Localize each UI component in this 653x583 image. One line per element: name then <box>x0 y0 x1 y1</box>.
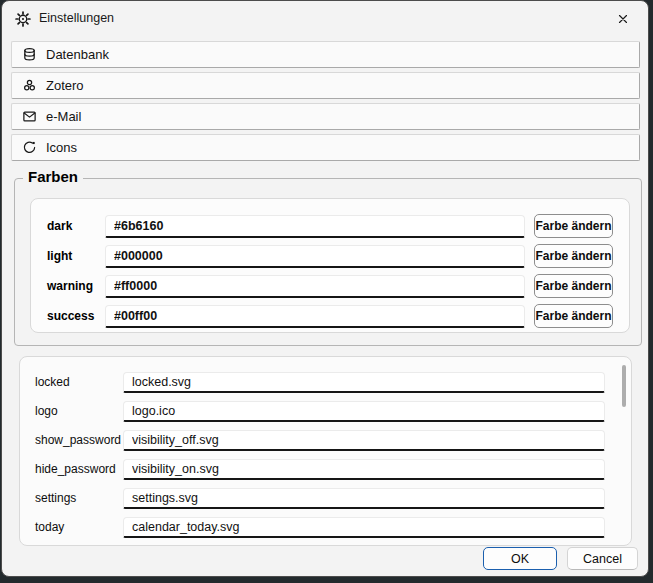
icon-row-today: today <box>35 516 605 538</box>
change-color-button[interactable]: Farbe ändern <box>534 214 613 238</box>
icon-files-rows: locked logo show_password hide_password … <box>20 357 631 538</box>
icon-files-panel: locked logo show_password hide_password … <box>19 356 632 546</box>
dialog-footer: OK Cancel <box>483 547 638 570</box>
title-bar: Einstellungen <box>2 1 648 37</box>
vertical-scrollbar[interactable] <box>622 365 626 407</box>
icon-key-label: hide_password <box>35 462 123 476</box>
color-row-light: light Farbe ändern <box>47 244 613 268</box>
color-row-success: success Farbe ändern <box>47 304 613 328</box>
section-zotero[interactable]: Zotero <box>11 72 640 99</box>
color-value-input[interactable] <box>105 275 525 298</box>
change-color-button[interactable]: Farbe ändern <box>534 244 613 268</box>
database-icon <box>21 47 37 63</box>
farben-title: Farben <box>23 168 83 185</box>
section-label: Zotero <box>46 78 84 93</box>
section-datenbank[interactable]: Datenbank <box>11 41 640 68</box>
farben-panel: dark Farbe ändern light Farbe ändern war… <box>30 198 630 333</box>
icon-key-label: locked <box>35 375 123 389</box>
icon-row-logo: logo <box>35 400 605 422</box>
color-value-input[interactable] <box>105 305 525 328</box>
color-value-input[interactable] <box>105 215 525 238</box>
icon-file-input[interactable] <box>123 517 605 538</box>
ok-button[interactable]: OK <box>483 547 557 570</box>
color-row-warning: warning Farbe ändern <box>47 274 613 298</box>
loop-icon <box>21 140 37 156</box>
change-color-button[interactable]: Farbe ändern <box>534 304 613 328</box>
window-title: Einstellungen <box>39 1 114 37</box>
close-button[interactable] <box>607 7 639 31</box>
settings-sections: Datenbank Zotero e-Mail <box>11 41 640 161</box>
icon-key-label: today <box>35 520 123 534</box>
color-value-input[interactable] <box>105 245 525 268</box>
settings-dialog: Einstellungen Datenbank <box>1 0 649 577</box>
color-label: light <box>47 249 105 263</box>
cancel-button[interactable]: Cancel <box>567 547 638 570</box>
icon-key-label: settings <box>35 491 123 505</box>
icon-file-input[interactable] <box>123 459 605 480</box>
icon-key-label: show_password <box>35 433 123 447</box>
icon-row-settings: settings <box>35 487 605 509</box>
section-label: Datenbank <box>46 47 109 62</box>
farben-groupbox: Farben dark Farbe ändern light Farbe änd… <box>14 178 642 346</box>
zotero-icon <box>21 78 37 94</box>
section-label: e-Mail <box>46 109 81 124</box>
section-icons[interactable]: Icons <box>11 134 640 161</box>
icon-row-hide-password: hide_password <box>35 458 605 480</box>
color-label: dark <box>47 219 105 233</box>
icon-file-input[interactable] <box>123 430 605 451</box>
color-label: success <box>47 309 105 323</box>
mail-icon <box>21 109 37 125</box>
icon-row-locked: locked <box>35 371 605 393</box>
color-label: warning <box>47 279 105 293</box>
section-email[interactable]: e-Mail <box>11 103 640 130</box>
icon-key-label: logo <box>35 404 123 418</box>
color-row-dark: dark Farbe ändern <box>47 214 613 238</box>
gear-icon <box>15 11 31 27</box>
icon-file-input[interactable] <box>123 488 605 509</box>
change-color-button[interactable]: Farbe ändern <box>534 274 613 298</box>
section-label: Icons <box>46 140 77 155</box>
icon-file-input[interactable] <box>123 372 605 393</box>
icon-row-show-password: show_password <box>35 429 605 451</box>
icon-file-input[interactable] <box>123 401 605 422</box>
close-icon <box>616 12 630 26</box>
